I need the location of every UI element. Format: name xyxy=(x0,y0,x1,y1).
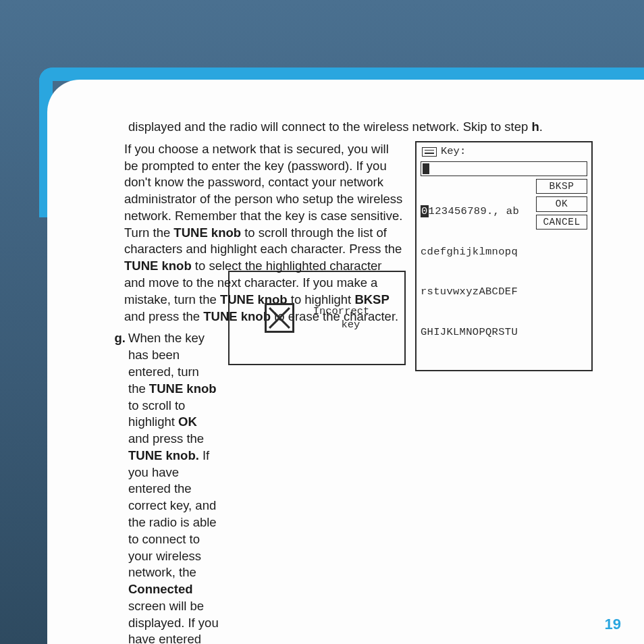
cancel-button: CANCEL xyxy=(536,215,587,230)
char-row: 123456789., ab xyxy=(429,205,519,217)
key-entry-screen: Key: 0123456789., ab cdefghijklmnopq rst… xyxy=(415,141,593,371)
key-screen-title-row: Key: xyxy=(421,145,587,160)
ok-button: OK xyxy=(536,196,587,212)
ok-ref: OK xyxy=(178,414,197,429)
char-row: cdefghijklmnopq xyxy=(421,246,533,259)
page-content: displayed and the radio will connect to … xyxy=(128,119,593,644)
page-number: 19 xyxy=(605,616,621,633)
step-ref-h: h xyxy=(531,119,539,134)
tune-knob-ref: TUNE knob xyxy=(149,381,217,396)
char-row: GHIJKLMNOPQRSTU xyxy=(421,326,533,340)
text: displayed and the radio will connect to … xyxy=(128,119,531,134)
tune-knob-ref: TUNE knob xyxy=(173,225,241,240)
text: and press the xyxy=(124,309,203,323)
text: to scroll to highlight xyxy=(128,398,185,429)
list-icon xyxy=(422,147,437,157)
key-grid: 0123456789., ab cdefghijklmnopq rstuvwxy… xyxy=(421,179,587,367)
character-grid: 0123456789., ab cdefghijklmnopq rstuvwxy… xyxy=(421,179,533,367)
tune-knob-ref: TUNE knob. xyxy=(128,448,199,462)
key-screen-title: Key: xyxy=(441,145,466,159)
intro-paragraph: displayed and the radio will connect to … xyxy=(128,119,593,136)
text: If you have entered the correct key, and… xyxy=(128,448,217,579)
accent-stripe xyxy=(39,68,644,81)
char-row: rstuvwxyzABCDEF xyxy=(421,286,533,299)
text: to highlight xyxy=(288,292,355,306)
step-g: g. When the key has been entered, turn t… xyxy=(128,330,219,644)
step-g-body: When the key has been entered, turn the … xyxy=(128,330,219,644)
bksp-ref: BKSP xyxy=(354,292,389,306)
text: screen will be displayed. If you have en… xyxy=(128,599,219,644)
step-label-g: g. xyxy=(107,330,126,347)
cursor-icon xyxy=(423,163,429,174)
error-x-icon xyxy=(265,303,294,333)
char-highlighted: 0 xyxy=(421,205,429,217)
key-screen-buttons: BKSP OK CANCEL xyxy=(536,179,587,367)
bksp-button: BKSP xyxy=(536,179,587,194)
tune-knob-ref: TUNE knob xyxy=(203,309,271,323)
text: . xyxy=(539,119,543,134)
tune-knob-ref: TUNE knob xyxy=(124,259,192,273)
text: and press the xyxy=(128,431,204,446)
connected-ref: Connected xyxy=(128,582,193,596)
key-input-field xyxy=(421,161,587,176)
